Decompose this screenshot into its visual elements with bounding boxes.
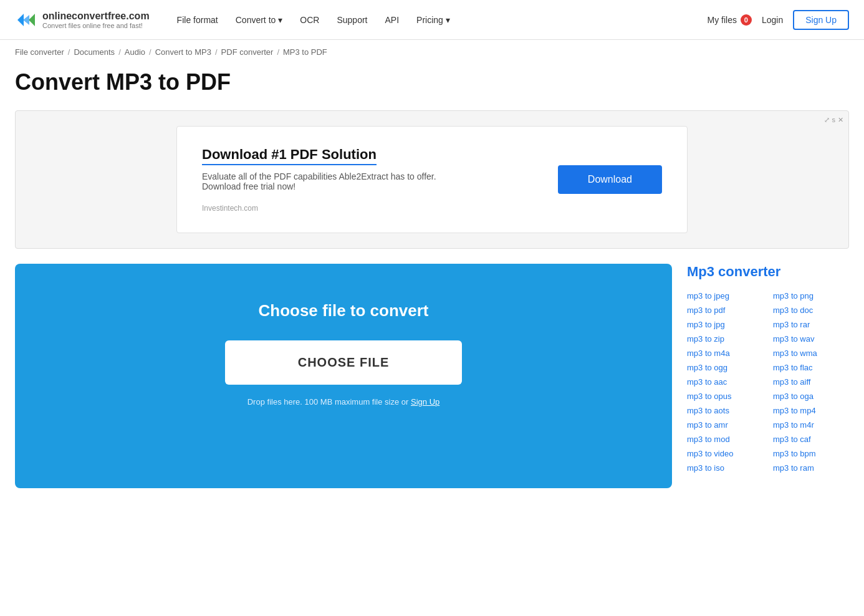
sidebar-link-21[interactable]: mp3 to caf xyxy=(773,433,849,445)
sidebar: Mp3 converter mp3 to jpegmp3 to pngmp3 t… xyxy=(687,264,849,474)
sidebar-link-18[interactable]: mp3 to amr xyxy=(687,419,763,431)
sidebar-links: mp3 to jpegmp3 to pngmp3 to pdfmp3 to do… xyxy=(687,290,849,474)
sidebar-link-10[interactable]: mp3 to ogg xyxy=(687,362,763,373)
ad-inner: Download #1 PDF Solution Evaluate all of… xyxy=(176,126,688,233)
sidebar-link-7[interactable]: mp3 to wav xyxy=(773,333,849,345)
breadcrumb-sep-2: / xyxy=(118,47,121,57)
breadcrumb-item-convert-to-mp3[interactable]: Convert to MP3 xyxy=(155,47,211,57)
breadcrumb-sep-5: / xyxy=(277,47,279,57)
sidebar-link-20[interactable]: mp3 to mod xyxy=(687,433,763,445)
main-content: Choose file to convert CHOOSE FILE Drop … xyxy=(0,264,864,488)
breadcrumb-sep-1: / xyxy=(68,47,70,57)
logo-icon xyxy=(15,9,37,31)
sidebar-link-22[interactable]: mp3 to video xyxy=(687,448,763,460)
ad-subtext: Evaluate all of the PDF capabilities Abl… xyxy=(202,171,476,191)
nav-links: File format Convert to ▾ OCR Support API… xyxy=(170,10,708,30)
sidebar-title: Mp3 converter xyxy=(687,264,849,280)
ad-download-button[interactable]: Download xyxy=(558,165,662,194)
breadcrumb-sep-3: / xyxy=(149,47,151,57)
logo[interactable]: onlineconvertfree.com Convert files onli… xyxy=(15,9,150,31)
sidebar-link-17[interactable]: mp3 to mp4 xyxy=(773,405,849,416)
sidebar-link-19[interactable]: mp3 to m4r xyxy=(773,419,849,431)
converter-box: Choose file to convert CHOOSE FILE Drop … xyxy=(15,264,672,488)
breadcrumb-sep-4: / xyxy=(215,47,218,57)
sidebar-link-8[interactable]: mp3 to m4a xyxy=(687,347,763,359)
breadcrumb-item-mp3-to-pdf[interactable]: MP3 to PDF xyxy=(283,47,327,57)
ad-resize-icon[interactable]: ⤢ xyxy=(824,116,830,124)
nav-convert-to[interactable]: Convert to ▾ xyxy=(228,10,290,30)
ad-source: Investintech.com xyxy=(202,204,476,213)
nav-right: My files 0 Login Sign Up xyxy=(707,10,849,30)
nav-file-format[interactable]: File format xyxy=(170,10,226,30)
drop-text: Drop files here. 100 MB maximum file siz… xyxy=(247,397,440,407)
nav-support[interactable]: Support xyxy=(329,10,375,30)
sidebar-link-16[interactable]: mp3 to aots xyxy=(687,405,763,416)
my-files-badge: 0 xyxy=(741,14,752,26)
logo-title: onlineconvertfree.com xyxy=(42,10,150,22)
ad-controls: ⤢ s ✕ xyxy=(824,116,844,124)
breadcrumb-item-audio[interactable]: Audio xyxy=(125,47,145,57)
navbar: onlineconvertfree.com Convert files onli… xyxy=(0,0,864,40)
sidebar-link-14[interactable]: mp3 to opus xyxy=(687,390,763,402)
sidebar-link-4[interactable]: mp3 to jpg xyxy=(687,319,763,330)
sidebar-link-25[interactable]: mp3 to ram xyxy=(773,462,849,474)
signup-button[interactable]: Sign Up xyxy=(793,10,849,30)
sidebar-link-0[interactable]: mp3 to jpeg xyxy=(687,290,763,302)
chevron-down-icon: ▾ xyxy=(278,15,282,25)
sidebar-link-6[interactable]: mp3 to zip xyxy=(687,333,763,345)
ad-close-icon[interactable]: ✕ xyxy=(838,116,843,124)
breadcrumb-item-pdf-converter[interactable]: PDF converter xyxy=(221,47,274,57)
nav-ocr[interactable]: OCR xyxy=(292,10,327,30)
sidebar-link-13[interactable]: mp3 to aiff xyxy=(773,376,849,388)
sidebar-link-2[interactable]: mp3 to pdf xyxy=(687,304,763,316)
breadcrumb: File converter / Documents / Audio / Con… xyxy=(0,40,864,64)
choose-file-button[interactable]: CHOOSE FILE xyxy=(225,340,462,385)
ad-text-block: Download #1 PDF Solution Evaluate all of… xyxy=(202,147,476,213)
breadcrumb-item-file-converter[interactable]: File converter xyxy=(15,47,64,57)
sidebar-link-1[interactable]: mp3 to png xyxy=(773,290,849,302)
sidebar-link-15[interactable]: mp3 to oga xyxy=(773,390,849,402)
converter-title: Choose file to convert xyxy=(258,301,428,320)
sign-up-link[interactable]: Sign Up xyxy=(411,397,439,407)
ad-headline: Download #1 PDF Solution xyxy=(202,147,377,165)
nav-api[interactable]: API xyxy=(378,10,407,30)
sidebar-link-9[interactable]: mp3 to wma xyxy=(773,347,849,359)
nav-pricing[interactable]: Pricing ▾ xyxy=(409,10,458,30)
sidebar-link-11[interactable]: mp3 to flac xyxy=(773,362,849,373)
my-files-link[interactable]: My files 0 xyxy=(707,14,751,26)
logo-subtitle: Convert files online free and fast! xyxy=(42,22,150,29)
sidebar-link-23[interactable]: mp3 to bpm xyxy=(773,448,849,460)
login-link[interactable]: Login xyxy=(762,15,783,25)
breadcrumb-item-documents[interactable]: Documents xyxy=(74,47,115,57)
sidebar-link-5[interactable]: mp3 to rar xyxy=(773,319,849,330)
sidebar-link-24[interactable]: mp3 to iso xyxy=(687,462,763,474)
sidebar-link-12[interactable]: mp3 to aac xyxy=(687,376,763,388)
page-title: Convert MP3 to PDF xyxy=(0,64,864,110)
chevron-down-icon-pricing: ▾ xyxy=(446,15,450,25)
ad-banner: ⤢ s ✕ Download #1 PDF Solution Evaluate … xyxy=(15,110,849,249)
sidebar-link-3[interactable]: mp3 to doc xyxy=(773,304,849,316)
ad-settings-icon[interactable]: s xyxy=(832,116,836,124)
